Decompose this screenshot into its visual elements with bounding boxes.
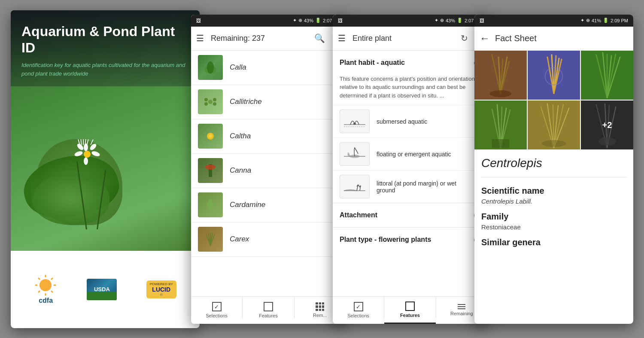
plant-thumbnail-canna <box>198 158 223 183</box>
cdfa-label: cdfa <box>39 297 53 305</box>
svg-line-5 <box>39 278 39 279</box>
list-item[interactable]: Carex <box>191 222 346 257</box>
features-content: Plant habit - aquatic ⊙ This feature con… <box>333 51 487 296</box>
svg-line-7 <box>52 278 52 279</box>
svg-point-13 <box>213 98 216 101</box>
fact-photo-5[interactable] <box>528 100 580 149</box>
list-item[interactable]: Calla <box>191 51 346 85</box>
fact-photo-4[interactable] <box>474 100 527 149</box>
list-toolbar: ☰ Remaining: 237 🔍 ⋮ <box>191 27 346 51</box>
status-bar-fact: 🖼 ✦ ⊕ 41% 🔋 2:09 PM <box>474 15 633 27</box>
option-submersed[interactable]: submersed aquatic ✓ <box>333 105 487 137</box>
plant-name-cardamine: Cardamine <box>230 201 265 209</box>
plant-thumbnail-cardamine <box>198 192 223 217</box>
svg-point-17 <box>209 134 212 138</box>
photo-icon-f: 🖼 <box>338 18 343 23</box>
status-right-fact: ✦ ⊕ 41% 🔋 2:09 PM <box>580 18 628 23</box>
refresh-icon[interactable]: ↻ <box>461 33 468 43</box>
option-submersed-img <box>340 110 370 133</box>
svg-point-14 <box>204 102 208 106</box>
bt-icon-fact: ✦ <box>580 18 584 23</box>
fact-photo-1[interactable] <box>474 51 527 100</box>
nav-selections[interactable]: ✓ Selections <box>191 297 242 324</box>
battery-icon-f: 🔋 <box>457 18 463 23</box>
scene: Aquarium & Pond Plant ID Identification … <box>0 0 644 338</box>
search-icon[interactable]: 🔍 <box>314 33 325 43</box>
fact-photo-6-plus[interactable]: +2 <box>581 100 633 149</box>
back-button[interactable]: ← <box>480 32 490 44</box>
hamburger-icon[interactable]: ☰ <box>196 33 204 43</box>
option-littoral-label: littoral (at pond margin) or wet ground <box>377 180 466 194</box>
status-left-fact: 🖼 <box>480 18 484 23</box>
features-bottom-nav: ✓ Selections Features Remaining <box>333 296 487 324</box>
plant-habit-section: Plant habit - aquatic ⊙ This feature con… <box>333 51 487 204</box>
plant-type-section[interactable]: Plant type - flowering plants ⊙ <box>333 228 487 252</box>
status-bar-features: 🖼 ✦ ⊕ 43% 🔋 2:07 PM <box>333 15 487 27</box>
status-left-features: 🖼 <box>338 18 343 23</box>
genus-name: Centrolepis <box>481 156 626 177</box>
signal-f: 43% <box>446 18 455 23</box>
usda-badge: USDA <box>87 279 117 300</box>
list-item[interactable]: Callitriche <box>191 85 346 119</box>
feat-nav-features[interactable]: Features <box>384 297 435 324</box>
photo-icon-fact: 🖼 <box>480 18 484 23</box>
similar-genera-label: Similar genera <box>481 238 626 247</box>
plant-name-caltha: Caltha <box>230 132 251 140</box>
svg-point-0 <box>39 279 52 291</box>
signal-fact: 41% <box>592 18 601 23</box>
lucid-reg-text: ® <box>160 293 163 297</box>
cover-text-area: Aquarium & Pond Plant ID Identification … <box>11 10 200 87</box>
plant-thumbnail-carex <box>198 227 223 252</box>
feat-nav-remaining-label: Remaining <box>450 311 473 316</box>
plant-name-calla: Calla <box>230 63 246 72</box>
option-littoral[interactable]: littoral (at pond margin) or wet ground … <box>333 170 487 203</box>
lucid-name-text: LUCID <box>152 286 170 293</box>
plant-name-canna: Canna <box>230 166 251 175</box>
list-item[interactable]: Cardamine <box>191 188 346 222</box>
photo-plus-label: +2 <box>602 120 612 130</box>
features-hamburger-icon[interactable]: ☰ <box>338 33 346 43</box>
nav-features[interactable]: Features <box>243 297 294 324</box>
svg-point-12 <box>204 98 208 101</box>
feat-remaining-icon <box>458 304 465 309</box>
svg-point-23 <box>208 206 213 210</box>
feat-nav-features-label: Features <box>400 313 420 318</box>
usda-logo: USDA <box>87 279 117 300</box>
screen-list: 🖼 ✦ ⊕ 43% 🔋 2:07 PM ☰ Remaining: 237 🔍 ⋮ <box>191 15 346 324</box>
svg-point-10 <box>207 61 214 73</box>
attachment-section[interactable]: Attachment ⊙ <box>333 203 487 228</box>
cover-footer: cdfa USDA POWERED BY LUCID ® <box>11 251 200 328</box>
nav-remaining-label: Rem... <box>313 313 327 318</box>
fact-photos-grid: +2 <box>474 51 633 149</box>
option-littoral-img <box>340 175 370 198</box>
list-item[interactable]: Caltha <box>191 119 346 154</box>
list-item[interactable]: Canna <box>191 154 346 188</box>
wifi-icon-f: ⊕ <box>440 18 444 23</box>
plant-type-title: Plant type - flowering plants <box>340 236 431 244</box>
plant-habit-title: Plant habit - aquatic <box>340 59 405 67</box>
svg-point-19 <box>205 164 216 170</box>
plant-thumbnail-callitriche <box>198 89 223 114</box>
feat-nav-selections[interactable]: ✓ Selections <box>333 297 384 324</box>
plant-thumbnail-calla <box>198 55 223 80</box>
cover-subtitle: Identification key for aquatic plants cu… <box>21 61 189 78</box>
lucid-logo: POWERED BY LUCID ® <box>146 280 176 298</box>
lucid-badge: POWERED BY LUCID ® <box>146 280 176 298</box>
nav-selections-label: Selections <box>206 313 228 318</box>
svg-point-81 <box>598 137 616 145</box>
fact-photo-2[interactable] <box>528 51 580 100</box>
plant-list: Calla Callitriche Caltha <box>191 51 346 296</box>
features-icon <box>264 302 273 311</box>
option-floating-label: floating or emergent aquatic <box>377 151 466 158</box>
photo-icon: 🖼 <box>196 18 201 23</box>
plant-thumbnail-caltha <box>198 124 223 149</box>
svg-point-11 <box>208 100 213 104</box>
lucid-powered-text: POWERED BY <box>150 282 173 286</box>
svg-rect-67 <box>492 139 510 148</box>
fact-photo-3[interactable] <box>581 51 633 100</box>
option-floating[interactable]: floating or emergent aquatic ✓ <box>333 137 487 170</box>
plant-habit-header[interactable]: Plant habit - aquatic ⊙ <box>333 51 487 75</box>
status-bar-left: 🖼 <box>196 18 201 23</box>
attachment-title: Attachment <box>340 211 377 219</box>
plant-name-callitriche: Callitriche <box>230 97 262 106</box>
